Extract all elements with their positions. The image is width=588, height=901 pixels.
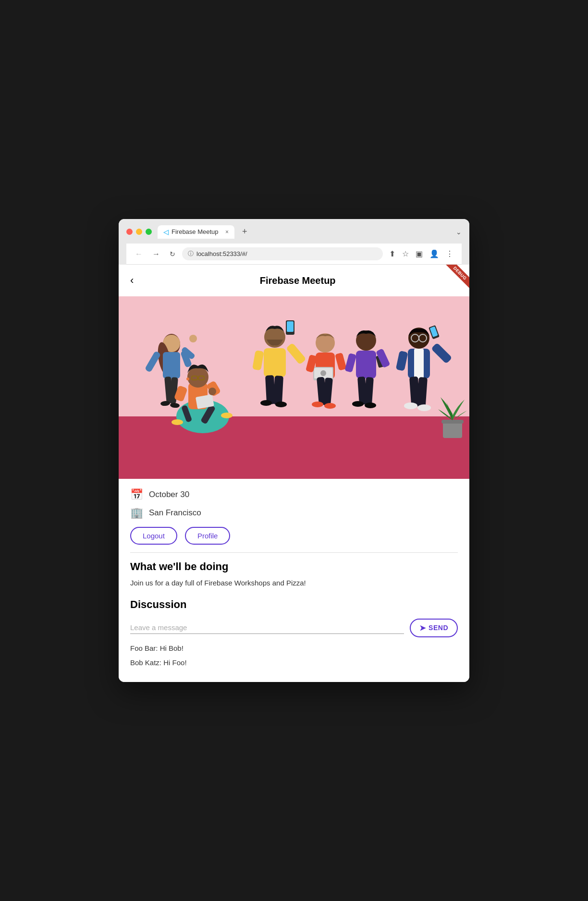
svg-point-27 (186, 377, 189, 380)
tab-chevron-icon[interactable]: ⌄ (456, 228, 462, 236)
svg-point-58 (365, 402, 376, 408)
tab-bar: ◁ Firebase Meetup × + ⌄ (158, 225, 462, 239)
active-tab[interactable]: ◁ Firebase Meetup × (158, 225, 234, 239)
debug-banner: DEBUG (444, 265, 469, 289)
menu-button[interactable]: ⋮ (443, 248, 456, 259)
message-input[interactable] (130, 621, 404, 633)
svg-point-18 (172, 419, 183, 425)
event-date: October 30 (149, 490, 189, 499)
traffic-light-yellow[interactable] (136, 229, 142, 235)
action-buttons: Logout Profile (130, 527, 458, 545)
what-doing-description: Join us for a day full of Firebase Works… (130, 578, 458, 589)
what-doing-title: What we'll be doing (130, 560, 458, 573)
section-divider (130, 552, 458, 553)
discussion-title: Discussion (130, 598, 458, 611)
browser-toolbar: ← → ↻ ⓘ localhost:52333/#/ ⬆ ☆ ▣ 👤 ⋮ (126, 244, 462, 265)
svg-point-57 (352, 401, 364, 407)
svg-point-28 (208, 388, 216, 395)
list-item: Bob Katz: Hi Foo! (130, 657, 458, 669)
browser-chrome: ◁ Firebase Meetup × + ⌄ ← → ↻ ⓘ localhos… (119, 219, 469, 265)
svg-rect-51 (356, 351, 376, 378)
address-bar[interactable]: ⓘ localhost:52333/#/ (182, 247, 383, 260)
flutter-icon: ◁ (163, 228, 169, 236)
app-back-button[interactable]: ‹ (128, 272, 135, 289)
app-content: ‹ Firebase Meetup DEBUG (119, 265, 469, 682)
svg-rect-36 (273, 376, 283, 405)
svg-point-71 (404, 402, 417, 409)
traffic-lights (126, 229, 152, 235)
svg-rect-64 (414, 349, 424, 378)
location-icon: 🏢 (130, 507, 143, 519)
message-input-row: ➤ SEND (130, 619, 458, 637)
refresh-button[interactable]: ↻ (167, 249, 178, 259)
svg-point-49 (324, 403, 336, 409)
event-location: San Francisco (149, 508, 201, 518)
chat-messages: Foo Bar: Hi Bob! Bob Katz: Hi Foo! (130, 643, 458, 669)
svg-point-16 (221, 413, 233, 418)
content-area: 📅 October 30 🏢 San Francisco Logout Prof… (119, 479, 469, 682)
tab-title: Firebase Meetup (172, 228, 219, 235)
svg-rect-73 (443, 421, 462, 438)
debug-ribbon-container: DEBUG (441, 265, 469, 293)
address-info-icon: ⓘ (188, 250, 194, 258)
svg-point-43 (320, 370, 326, 376)
tab-close-button[interactable]: × (225, 229, 229, 235)
traffic-light-green[interactable] (146, 229, 152, 235)
browser-window: ◁ Firebase Meetup × + ⌄ ← → ↻ ⓘ localhos… (119, 219, 469, 682)
svg-point-38 (275, 402, 287, 407)
back-nav-button[interactable]: ← (132, 249, 146, 259)
share-button[interactable]: ⬆ (387, 248, 398, 259)
address-text: localhost:52333/#/ (196, 250, 247, 257)
forward-nav-button[interactable]: → (149, 249, 163, 259)
svg-point-72 (417, 404, 431, 411)
traffic-light-red[interactable] (126, 229, 133, 235)
toolbar-actions: ⬆ ☆ ▣ 👤 ⋮ (387, 248, 456, 259)
calendar-icon: 📅 (130, 488, 143, 501)
people-illustration (119, 296, 469, 479)
message-input-wrapper (130, 621, 404, 634)
browser-titlebar: ◁ Firebase Meetup × + ⌄ (126, 225, 462, 239)
svg-rect-74 (441, 420, 464, 424)
location-row: 🏢 San Francisco (130, 507, 458, 519)
list-item: Foo Bar: Hi Bob! (130, 643, 458, 654)
app-title: Firebase Meetup (135, 275, 460, 286)
app-bar: ‹ Firebase Meetup DEBUG (119, 265, 469, 296)
bookmark-button[interactable]: ☆ (400, 248, 411, 259)
svg-rect-32 (264, 348, 286, 377)
svg-rect-1 (119, 416, 469, 479)
split-view-button[interactable]: ▣ (413, 248, 425, 259)
user-profile-button[interactable]: 👤 (427, 248, 441, 259)
svg-point-37 (260, 400, 272, 406)
svg-point-48 (312, 402, 323, 407)
profile-button[interactable]: Profile (185, 527, 231, 545)
hero-image (119, 296, 469, 479)
svg-rect-5 (163, 352, 180, 378)
svg-point-9 (189, 335, 197, 342)
logout-button[interactable]: Logout (130, 527, 177, 545)
svg-rect-31 (287, 321, 294, 332)
send-button[interactable]: ➤ SEND (410, 619, 458, 637)
date-row: 📅 October 30 (130, 488, 458, 501)
send-button-label: SEND (429, 624, 448, 632)
send-icon: ➤ (419, 623, 426, 633)
new-tab-button[interactable]: + (238, 225, 251, 239)
